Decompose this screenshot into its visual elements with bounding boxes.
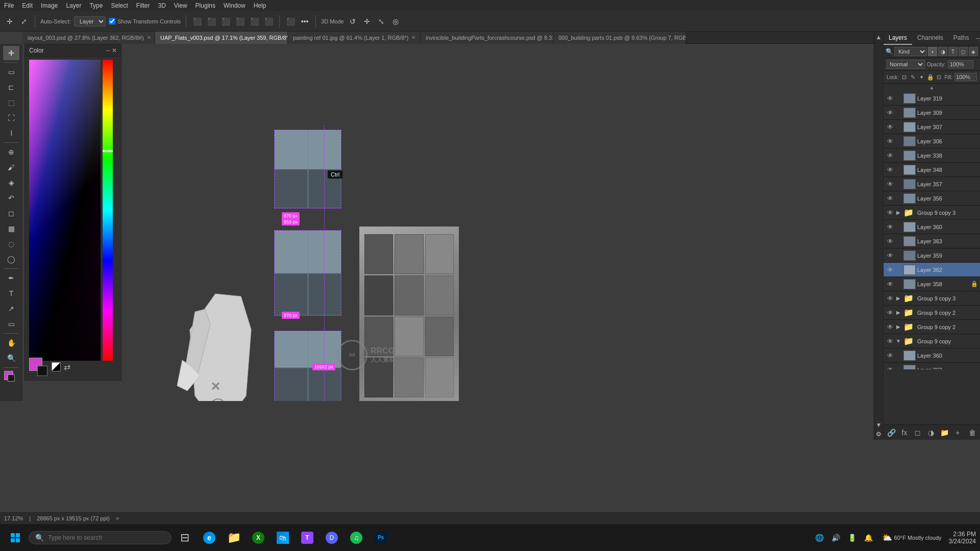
new-adjustment-btn[interactable]: ◑ bbox=[925, 427, 937, 438]
distribute-icon[interactable]: ⬛ bbox=[285, 16, 296, 27]
tab-2-close[interactable]: ✕ bbox=[411, 35, 415, 40]
eye-319[interactable]: 👁 bbox=[886, 95, 895, 102]
type-tool[interactable]: T bbox=[3, 286, 19, 300]
filter-pixel-icon[interactable]: ▪ bbox=[928, 47, 937, 56]
layer-item-362[interactable]: 👁 Layer 362 bbox=[884, 263, 980, 277]
taskbar-search-input[interactable] bbox=[48, 534, 150, 541]
link-layers-btn[interactable]: 🔗 bbox=[886, 427, 897, 438]
photoshop-icon[interactable]: Ps bbox=[370, 527, 392, 549]
eye-363b[interactable]: 👁 bbox=[886, 366, 895, 370]
align-bot-icon[interactable]: ⬛ bbox=[263, 16, 274, 27]
eye-group9c2-2[interactable]: 👁 bbox=[886, 323, 895, 331]
lock-position-btn[interactable]: ✎ bbox=[910, 72, 916, 82]
notification-icon[interactable]: 🔔 bbox=[863, 532, 875, 544]
delete-layer-btn[interactable]: 🗑 bbox=[967, 427, 978, 438]
color-gradient[interactable] bbox=[29, 60, 101, 361]
menu-type[interactable]: Type bbox=[89, 2, 103, 9]
system-clock[interactable]: 2:36 PM 3/24/2024 bbox=[949, 531, 976, 545]
layer-item-338[interactable]: 👁 Layer 338 bbox=[884, 148, 980, 163]
align-left-icon[interactable]: ⬛ bbox=[191, 16, 203, 27]
eye-309[interactable]: 👁 bbox=[886, 109, 895, 116]
blend-mode-select[interactable]: Normal bbox=[887, 60, 925, 69]
color-panel-close[interactable]: ✕ bbox=[112, 47, 117, 54]
fold-group9c2-1[interactable]: ▶ bbox=[895, 310, 902, 315]
eye-group9c[interactable]: 👁 bbox=[886, 338, 895, 345]
layer-item-307[interactable]: 👁 Layer 307 bbox=[884, 120, 980, 134]
volume-icon[interactable]: 🔊 bbox=[830, 532, 842, 544]
tab-1[interactable]: UAP_Flats_v003.psd @ 17.1% (Layer 359, R… bbox=[155, 32, 288, 44]
store-icon[interactable]: 🛍 bbox=[272, 527, 294, 549]
eyedropper-tool[interactable]: ⌇ bbox=[3, 126, 19, 140]
right-edge-arrow-down[interactable]: ▼ bbox=[876, 421, 882, 429]
align-right-icon[interactable]: ⬛ bbox=[220, 16, 231, 27]
file-explorer-icon[interactable]: 📁 bbox=[223, 527, 245, 549]
hand-tool[interactable]: ✋ bbox=[3, 336, 19, 350]
eye-348[interactable]: 👁 bbox=[886, 166, 895, 173]
edge-browser-icon[interactable]: e bbox=[198, 527, 220, 549]
lock-all-btn[interactable]: 🔒 bbox=[927, 72, 934, 82]
transform-tool-icon[interactable]: ⤢ bbox=[18, 16, 30, 27]
dodge-tool[interactable]: ◯ bbox=[3, 252, 19, 266]
taskbar-search[interactable]: 🔍 bbox=[29, 531, 172, 544]
battery-icon[interactable]: 🔋 bbox=[846, 532, 859, 544]
discord-icon[interactable]: D bbox=[321, 527, 343, 549]
network-icon[interactable]: 🌐 bbox=[814, 532, 826, 544]
zoom-tool[interactable]: 🔍 bbox=[3, 351, 19, 365]
layers-tab-layers[interactable]: Layers bbox=[884, 32, 912, 45]
layer-item-359[interactable]: 👁 Layer 359 bbox=[884, 248, 980, 263]
eye-360[interactable]: 👁 bbox=[886, 223, 895, 231]
fg-bg-swatches[interactable] bbox=[29, 358, 47, 376]
layer-item-group9c2-1[interactable]: 👁 ▶ 📁 Group 9 copy 2 bbox=[884, 306, 980, 320]
layers-tab-channels[interactable]: Channels bbox=[912, 32, 948, 45]
spotify-icon[interactable]: ♫ bbox=[345, 527, 368, 549]
menu-image[interactable]: Image bbox=[41, 2, 58, 9]
menu-3d[interactable]: 3D bbox=[158, 2, 165, 9]
lock-pixels-btn[interactable]: ⊡ bbox=[901, 72, 908, 82]
align-mid-icon[interactable]: ⬛ bbox=[249, 16, 260, 27]
fx-btn[interactable]: fx bbox=[899, 427, 910, 438]
menu-help[interactable]: Help bbox=[254, 2, 266, 9]
move-tool-icon[interactable]: ✛ bbox=[4, 16, 15, 27]
more-icon[interactable]: ••• bbox=[299, 16, 310, 27]
layers-panel-minimize[interactable]: – bbox=[976, 35, 979, 42]
spot-heal-tool[interactable]: ⊕ bbox=[3, 145, 19, 159]
new-group-btn[interactable]: 📁 bbox=[939, 427, 950, 438]
eye-group9c3-1[interactable]: 👁 bbox=[886, 209, 895, 216]
filter-smart-icon[interactable]: ◈ bbox=[969, 47, 978, 56]
fold-group9c2-2[interactable]: ▶ bbox=[895, 324, 902, 330]
foreground-bg-swatch[interactable] bbox=[3, 370, 19, 384]
opacity-input[interactable] bbox=[948, 60, 973, 68]
show-transform-label[interactable]: Show Transform Controls bbox=[109, 18, 181, 24]
default-colors-icon[interactable] bbox=[52, 362, 61, 371]
background-swatch[interactable] bbox=[37, 366, 47, 376]
layers-tab-paths[interactable]: Paths bbox=[948, 32, 974, 45]
path-select-tool[interactable]: ↗ bbox=[3, 302, 19, 316]
xbox-icon[interactable]: X bbox=[247, 527, 270, 549]
fill-input[interactable] bbox=[954, 73, 977, 81]
layers-kind-select[interactable]: Kind bbox=[894, 47, 927, 56]
tab-4[interactable]: 000_building parts 01.psb @ 9.63% (Group… bbox=[553, 32, 686, 44]
gradient-tool[interactable]: ▦ bbox=[3, 221, 19, 236]
eye-358[interactable]: 👁 bbox=[886, 281, 895, 288]
add-mask-btn[interactable]: ◻ bbox=[912, 427, 923, 438]
pen-tool[interactable]: ✒ bbox=[3, 271, 19, 285]
menu-filter[interactable]: Filter bbox=[136, 2, 150, 9]
new-layer-btn[interactable]: + bbox=[952, 427, 963, 438]
layer-item-group9c[interactable]: 👁 ▼ 📁 Group 9 copy bbox=[884, 334, 980, 348]
layer-item-358[interactable]: 👁 Layer 358 🔒 bbox=[884, 277, 980, 291]
menu-window[interactable]: Window bbox=[224, 2, 246, 9]
3d-extra-icon[interactable]: ◎ bbox=[390, 16, 401, 27]
layer-item-356[interactable]: 👁 Layer 356 bbox=[884, 191, 980, 206]
menu-edit[interactable]: Edit bbox=[22, 2, 33, 9]
layer-item-360b[interactable]: 👁 Layer 360 bbox=[884, 348, 980, 363]
3d-move-icon[interactable]: ✛ bbox=[361, 16, 373, 27]
align-top-icon[interactable]: ⬛ bbox=[234, 16, 246, 27]
tab-2[interactable]: painting ref 01.jpg @ 61.4% (Layer 1, RG… bbox=[288, 32, 421, 44]
layer-item-319[interactable]: 👁 Layer 319 bbox=[884, 91, 980, 106]
layer-item-357[interactable]: 👁 Layer 357 bbox=[884, 177, 980, 191]
eye-338[interactable]: 👁 bbox=[886, 152, 895, 159]
filter-shape-icon[interactable]: ◻ bbox=[959, 47, 968, 56]
layer-item-363[interactable]: 👁 Layer 363 bbox=[884, 234, 980, 248]
menu-view[interactable]: View bbox=[174, 2, 187, 9]
twitch-icon[interactable]: T bbox=[296, 527, 318, 549]
